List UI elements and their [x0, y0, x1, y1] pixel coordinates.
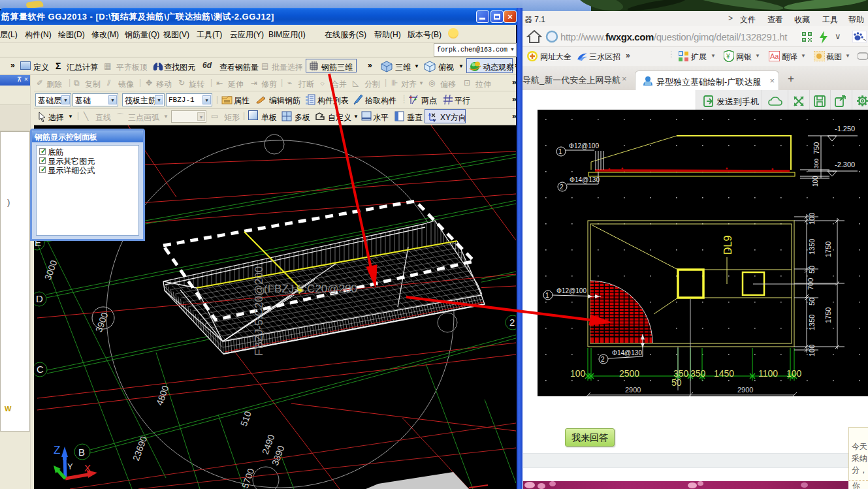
svg-text:Φ12@100: Φ12@100	[569, 142, 599, 150]
svg-text:Φ14@130: Φ14@130	[570, 176, 600, 183]
svg-text:50: 50	[671, 377, 682, 388]
svg-text:1: 1	[545, 292, 549, 299]
svg-text:B: B	[78, 447, 85, 458]
svg-text:750: 750	[812, 142, 820, 154]
svg-text:2500: 2500	[619, 368, 639, 379]
svg-text:100: 100	[812, 176, 819, 187]
svg-text:2: 2	[560, 183, 564, 191]
svg-text:100: 100	[808, 345, 816, 356]
svg-text:2900: 2900	[737, 386, 753, 394]
svg-text:50: 50	[808, 298, 816, 306]
svg-text:1750: 1750	[824, 308, 832, 323]
svg-text:2: 2	[601, 356, 605, 363]
svg-text:-1.250: -1.250	[835, 125, 855, 133]
svg-text:Aa: Aa	[770, 52, 779, 60]
svg-text:1450: 1450	[714, 368, 734, 379]
svg-text:C: C	[37, 364, 44, 375]
svg-text:2: 2	[509, 317, 515, 328]
svg-text:300: 300	[813, 159, 820, 168]
svg-text:(FBZJ-5:C20@200: (FBZJ-5:C20@200	[264, 283, 357, 295]
svg-text:350: 350	[690, 368, 706, 379]
svg-text:1750: 1750	[824, 242, 832, 257]
svg-text:50: 50	[808, 266, 816, 274]
svg-text:1350: 1350	[808, 315, 816, 330]
svg-text:-2.300: -2.300	[835, 161, 855, 168]
svg-text:FBZJ-5:C20@200: FBZJ-5:C20@200	[253, 266, 265, 356]
svg-text:Z: Z	[54, 444, 60, 456]
svg-text:X: X	[84, 462, 91, 473]
svg-text:1100: 1100	[758, 368, 778, 379]
svg-text:1350: 1350	[808, 239, 816, 255]
svg-text:¥: ¥	[726, 53, 730, 60]
svg-text:Y: Y	[67, 462, 73, 471]
svg-text:Φ14@130: Φ14@130	[612, 349, 642, 356]
svg-text:DL9: DL9	[722, 236, 733, 255]
svg-text:100: 100	[808, 213, 816, 225]
svg-text:100: 100	[570, 368, 586, 379]
svg-text:1: 1	[558, 148, 562, 155]
svg-text:D: D	[36, 293, 43, 304]
svg-text:700: 700	[807, 278, 814, 290]
svg-text:Φ12@100: Φ12@100	[556, 287, 587, 294]
svg-text:100: 100	[786, 368, 802, 379]
svg-text:2900: 2900	[625, 386, 641, 394]
svg-text:Y: Y	[433, 118, 436, 122]
